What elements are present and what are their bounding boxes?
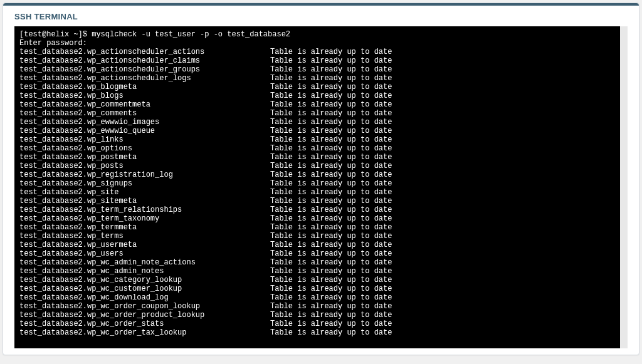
table-name: test_database2.wp_actionscheduler_claims: [19, 56, 270, 65]
terminal-result-line: test_database2.wp_wc_admin_notesTable is…: [19, 267, 615, 276]
table-status: Table is already up to date: [270, 170, 392, 179]
table-status: Table is already up to date: [270, 56, 392, 65]
table-status: Table is already up to date: [270, 100, 392, 109]
terminal-result-line: test_database2.wp_linksTable is already …: [19, 135, 615, 144]
terminal-result-line: test_database2.wp_commentsTable is alrea…: [19, 109, 615, 118]
terminal-output[interactable]: [test@helix ~]$ mysqlcheck -u test_user …: [14, 26, 628, 348]
terminal-result-line: test_database2.wp_wc_customer_lookupTabl…: [19, 284, 615, 293]
table-status: Table is already up to date: [270, 91, 392, 100]
table-name: test_database2.wp_termmeta: [19, 223, 270, 232]
table-status: Table is already up to date: [270, 197, 392, 205]
table-status: Table is already up to date: [270, 284, 392, 293]
terminal-result-line: test_database2.wp_wc_download_logTable i…: [19, 293, 615, 302]
terminal-result-line: test_database2.wp_actionscheduler_action…: [19, 48, 615, 56]
terminal-container: [test@helix ~]$ mysqlcheck -u test_user …: [3, 26, 639, 355]
terminal-result-line: test_database2.wp_wc_order_statsTable is…: [19, 320, 615, 328]
table-status: Table is already up to date: [270, 302, 392, 311]
terminal-result-line: test_database2.wp_wc_order_tax_lookupTab…: [19, 328, 615, 337]
table-name: test_database2.wp_sitemeta: [19, 197, 270, 205]
table-status: Table is already up to date: [270, 223, 392, 232]
table-status: Table is already up to date: [270, 188, 392, 197]
terminal-result-line: test_database2.wp_commentmetaTable is al…: [19, 100, 615, 109]
table-status: Table is already up to date: [270, 162, 392, 170]
table-name: test_database2.wp_wc_category_lookup: [19, 276, 270, 284]
table-name: test_database2.wp_wc_order_stats: [19, 320, 270, 328]
table-status: Table is already up to date: [270, 328, 392, 337]
table-name: test_database2.wp_registration_log: [19, 170, 270, 179]
terminal-result-line: test_database2.wp_wc_admin_note_actionsT…: [19, 258, 615, 267]
table-status: Table is already up to date: [270, 144, 392, 153]
terminal-result-line: test_database2.wp_actionscheduler_claims…: [19, 56, 615, 65]
table-status: Table is already up to date: [270, 311, 392, 320]
table-status: Table is already up to date: [270, 249, 392, 258]
table-name: test_database2.wp_site: [19, 188, 270, 197]
terminal-result-line: test_database2.wp_term_taxonomyTable is …: [19, 214, 615, 223]
terminal-result-line: test_database2.wp_actionscheduler_groups…: [19, 65, 615, 74]
table-name: test_database2.wp_wc_order_coupon_lookup: [19, 302, 270, 311]
table-name: test_database2.wp_terms: [19, 232, 270, 241]
terminal-result-line: test_database2.wp_wc_order_product_looku…: [19, 311, 615, 320]
table-status: Table is already up to date: [270, 258, 392, 267]
table-status: Table is already up to date: [270, 267, 392, 276]
table-name: test_database2.wp_wc_admin_notes: [19, 267, 270, 276]
table-name: test_database2.wp_wc_order_tax_lookup: [19, 328, 270, 337]
terminal-result-line: test_database2.wp_postsTable is already …: [19, 162, 615, 170]
table-name: test_database2.wp_posts: [19, 162, 270, 170]
table-status: Table is already up to date: [270, 65, 392, 74]
ssh-terminal-panel: SSH TERMINAL [test@helix ~]$ mysqlcheck …: [3, 3, 639, 355]
terminal-result-line: test_database2.wp_blogmetaTable is alrea…: [19, 83, 615, 91]
panel-title: SSH TERMINAL: [3, 6, 639, 26]
terminal-result-line: test_database2.wp_termmetaTable is alrea…: [19, 223, 615, 232]
terminal-result-line: test_database2.wp_optionsTable is alread…: [19, 144, 615, 153]
table-name: test_database2.wp_commentmeta: [19, 100, 270, 109]
table-name: test_database2.wp_wc_admin_note_actions: [19, 258, 270, 267]
table-name: test_database2.wp_actionscheduler_groups: [19, 65, 270, 74]
table-name: test_database2.wp_postmeta: [19, 153, 270, 162]
table-status: Table is already up to date: [270, 83, 392, 91]
terminal-result-line: test_database2.wp_siteTable is already u…: [19, 188, 615, 197]
terminal-password-prompt: Enter password:: [19, 39, 615, 48]
table-name: test_database2.wp_term_taxonomy: [19, 214, 270, 223]
table-name: test_database2.wp_comments: [19, 109, 270, 118]
table-status: Table is already up to date: [270, 48, 392, 56]
table-status: Table is already up to date: [270, 74, 392, 83]
terminal-result-line: test_database2.wp_postmetaTable is alrea…: [19, 153, 615, 162]
table-name: test_database2.wp_actionscheduler_action…: [19, 48, 270, 56]
terminal-result-line: test_database2.wp_ewwwio_imagesTable is …: [19, 118, 615, 127]
table-name: test_database2.wp_wc_customer_lookup: [19, 284, 270, 293]
table-name: test_database2.wp_signups: [19, 179, 270, 188]
table-name: test_database2.wp_ewwwio_images: [19, 118, 270, 127]
table-name: test_database2.wp_actionscheduler_logs: [19, 74, 270, 83]
terminal-result-line: test_database2.wp_usersTable is already …: [19, 249, 615, 258]
table-name: test_database2.wp_wc_order_product_looku…: [19, 311, 270, 320]
table-status: Table is already up to date: [270, 293, 392, 302]
table-name: test_database2.wp_usermeta: [19, 241, 270, 249]
table-status: Table is already up to date: [270, 153, 392, 162]
table-status: Table is already up to date: [270, 276, 392, 284]
table-status: Table is already up to date: [270, 241, 392, 249]
table-status: Table is already up to date: [270, 320, 392, 328]
table-status: Table is already up to date: [270, 127, 392, 135]
table-status: Table is already up to date: [270, 179, 392, 188]
terminal-result-line: test_database2.wp_registration_logTable …: [19, 170, 615, 179]
terminal-command-line: [test@helix ~]$ mysqlcheck -u test_user …: [19, 30, 615, 39]
terminal-result-line: test_database2.wp_signupsTable is alread…: [19, 179, 615, 188]
table-status: Table is already up to date: [270, 214, 392, 223]
terminal-result-line: test_database2.wp_ewwwio_queueTable is a…: [19, 127, 615, 135]
table-status: Table is already up to date: [270, 135, 392, 144]
table-status: Table is already up to date: [270, 205, 392, 214]
table-status: Table is already up to date: [270, 118, 392, 127]
terminal-result-line: test_database2.wp_termsTable is already …: [19, 232, 615, 241]
terminal-result-line: test_database2.wp_blogsTable is already …: [19, 91, 615, 100]
terminal-result-line: test_database2.wp_term_relationshipsTabl…: [19, 205, 615, 214]
terminal-result-line: test_database2.wp_wc_order_coupon_lookup…: [19, 302, 615, 311]
table-name: test_database2.wp_users: [19, 249, 270, 258]
table-status: Table is already up to date: [270, 109, 392, 118]
table-status: Table is already up to date: [270, 232, 392, 241]
table-name: test_database2.wp_ewwwio_queue: [19, 127, 270, 135]
terminal-result-line: test_database2.wp_usermetaTable is alrea…: [19, 241, 615, 249]
table-name: test_database2.wp_links: [19, 135, 270, 144]
terminal-result-line: test_database2.wp_sitemetaTable is alrea…: [19, 197, 615, 205]
table-name: test_database2.wp_term_relationships: [19, 205, 270, 214]
terminal-result-line: test_database2.wp_actionscheduler_logsTa…: [19, 74, 615, 83]
